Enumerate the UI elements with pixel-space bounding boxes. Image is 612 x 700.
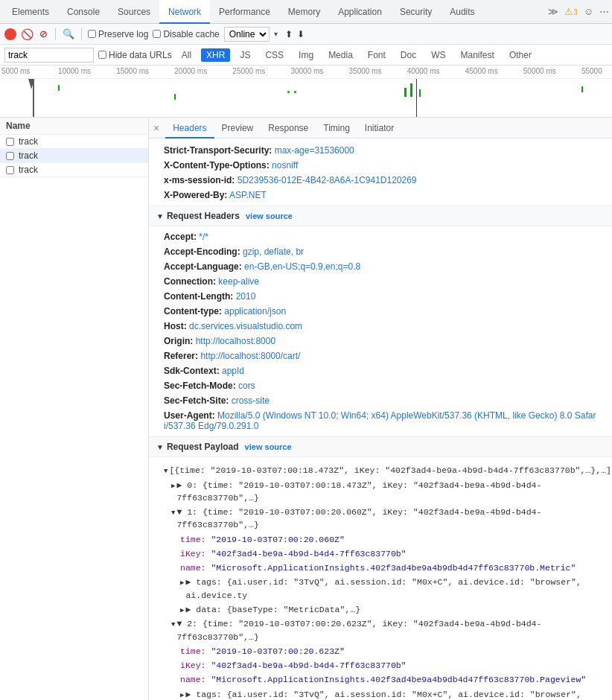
preserve-log-checkbox[interactable]: Preserve log	[88, 29, 148, 39]
filter-js-btn[interactable]: JS	[235, 48, 255, 62]
filter-img-btn[interactable]: Img	[293, 48, 319, 62]
network-toolbar: 🚫 ⊘ 🔍 Preserve log Disable cache Online …	[0, 24, 612, 45]
tick-9: 50000 ms	[523, 67, 556, 75]
search-button[interactable]: 🔍	[62, 28, 75, 41]
req-header-referer: Referer: http://localhost:8000/cart/	[149, 349, 612, 363]
request-headers-section[interactable]: ▼ Request Headers view source	[149, 206, 612, 226]
filter-xhr-btn[interactable]: XHR	[201, 48, 230, 62]
tab-security[interactable]: Security	[391, 0, 441, 24]
row-1-checkbox[interactable]	[6, 152, 14, 160]
tab-network[interactable]: Network	[159, 0, 210, 24]
timeline-dot-1	[287, 91, 290, 93]
sub-tab-headers[interactable]: Headers	[165, 118, 214, 139]
disable-cache-checkbox[interactable]: Disable cache	[153, 29, 219, 39]
filter-manifest-btn[interactable]: Manifest	[456, 48, 500, 62]
tick-0: 5000 ms	[1, 67, 30, 75]
row-2-checkbox[interactable]	[6, 166, 14, 174]
filter-bar: Hide data URLs All XHR JS CSS Img Media …	[0, 45, 612, 66]
req-header-accept: Accept: */*	[149, 229, 612, 244]
throttle-select[interactable]: Online	[224, 27, 270, 42]
item1-name: name: "Microsoft.ApplicationInsights.402…	[149, 561, 612, 575]
upload-icon[interactable]: ⬆	[285, 29, 293, 39]
payload-item-1[interactable]: ▼ ▼ 1: {time: "2019-10-03T07:00:20.060Z"…	[149, 505, 612, 532]
item1-ikey: iKey: "402f3ad4-be9a-4b9d-b4d4-7ff63c837…	[149, 547, 612, 561]
request-payload-section[interactable]: ▼ Request Payload view source	[149, 436, 612, 457]
item2-tags-toggle[interactable]: ▶	[180, 688, 185, 701]
tab-memory[interactable]: Memory	[279, 0, 329, 24]
table-row-selected[interactable]: track	[0, 149, 148, 163]
row-0-name: track	[19, 136, 38, 147]
payload-item-2[interactable]: ▼ ▼ 2: {time: "2019-10-03T07:00:20.623Z"…	[149, 617, 612, 644]
root-toggle[interactable]: ▼	[164, 464, 169, 477]
timeline-bar-1	[58, 85, 60, 91]
req-header-encoding: Accept-Encoding: gzip, deflate, br	[149, 244, 612, 259]
warning-icon: ⚠3	[564, 6, 578, 17]
tab-performance[interactable]: Performance	[210, 0, 279, 24]
req-header-user-agent: User-Agent: Mozilla/5.0 (Windows NT 10.0…	[149, 408, 612, 433]
tab-audits[interactable]: Audits	[441, 0, 483, 24]
tick-8: 45000 ms	[465, 67, 498, 75]
payload-root[interactable]: ▼ [{time: "2019-10-03T07:00:18.473Z", iK…	[149, 463, 612, 478]
clear-button[interactable]: ⊘	[37, 28, 49, 40]
item1-tags[interactable]: ▶ ▶ tags: {ai.user.id: "3TvQ", ai.sessio…	[149, 575, 612, 602]
filter-media-btn[interactable]: Media	[323, 48, 358, 62]
filter-all-btn[interactable]: All	[176, 48, 197, 62]
view-source-link[interactable]: view source	[246, 211, 293, 220]
item0-toggle[interactable]: ▶	[171, 479, 176, 492]
filter-input[interactable]	[4, 48, 94, 63]
smiley-icon[interactable]: ☺	[584, 6, 593, 17]
item1-tags-toggle[interactable]: ▶	[180, 576, 185, 589]
response-header-session: x-ms-session-id: 5D239536-012E-4B42-8A6A…	[149, 173, 612, 188]
req-header-host: Host: dc.services.visualstudio.com	[149, 319, 612, 334]
sub-tab-preview[interactable]: Preview	[214, 118, 261, 139]
item2-tags[interactable]: ▶ ▶ tags: {ai.user.id: "3TvQ", ai.sessio…	[149, 687, 612, 701]
more-tabs-icon[interactable]: ≫	[548, 6, 558, 17]
req-header-sdk-context: Sdk-Context: appId	[149, 363, 612, 378]
devtools-tab-bar: Elements Console Sources Network Perform…	[0, 0, 612, 24]
close-button[interactable]: ×	[153, 122, 159, 134]
item0-label: ▶ 0: {time: "2019-10-03T07:00:18.473Z", …	[176, 479, 612, 505]
filter-other-btn[interactable]: Other	[504, 48, 537, 62]
timeline[interactable]: 5000 ms 10000 ms 15000 ms 20000 ms 25000…	[0, 66, 612, 118]
timeline-cursor	[33, 79, 34, 118]
filter-doc-btn[interactable]: Doc	[395, 48, 421, 62]
filter-ws-btn[interactable]: WS	[426, 48, 450, 62]
payload-root-label: [{time: "2019-10-03T07:00:18.473Z", iKey…	[169, 464, 611, 477]
table-row[interactable]: track	[0, 163, 148, 177]
timeline-bar-2	[174, 94, 176, 100]
item1-toggle[interactable]: ▼	[171, 506, 176, 519]
tab-console[interactable]: Console	[58, 0, 109, 24]
item2-toggle[interactable]: ▼	[171, 617, 176, 631]
tab-sources[interactable]: Sources	[109, 0, 159, 24]
sub-tab-initiator[interactable]: Initiator	[357, 118, 401, 139]
sub-tab-response[interactable]: Response	[261, 118, 316, 139]
table-row[interactable]: track	[0, 135, 148, 149]
row-2-name: track	[19, 165, 38, 175]
hide-data-urls-checkbox[interactable]: Hide data URLs	[98, 50, 172, 60]
item1-data-toggle[interactable]: ▶	[180, 603, 185, 617]
main-split: Name track track track × Headers Preview…	[0, 118, 612, 700]
filter-font-btn[interactable]: Font	[363, 48, 391, 62]
tab-application[interactable]: Application	[329, 0, 391, 24]
stop-button[interactable]: 🚫	[21, 28, 33, 40]
payload-view-source-link[interactable]: view source	[245, 442, 292, 451]
more-options-icon[interactable]: ⋯	[599, 6, 609, 17]
request-payload-label: Request Payload	[167, 442, 239, 452]
download-icon[interactable]: ⬇	[297, 29, 305, 39]
separator-1	[55, 28, 56, 40]
tick-5: 30000 ms	[290, 67, 323, 75]
record-button[interactable]	[4, 28, 16, 40]
item2-ikey: iKey: "402f3ad4-be9a-4b9d-b4d4-7ff63c837…	[149, 658, 612, 672]
timeline-bar-6	[581, 86, 583, 92]
filter-css-btn[interactable]: CSS	[260, 48, 289, 62]
tab-elements[interactable]: Elements	[3, 0, 58, 24]
tick-1: 10000 ms	[58, 67, 91, 75]
sub-tab-timing[interactable]: Timing	[316, 118, 357, 139]
item1-data[interactable]: ▶ ▶ data: {baseType: "MetricData",…}	[149, 602, 612, 617]
req-header-sec-fetch-site: Sec-Fetch-Site: cross-site	[149, 393, 612, 408]
row-0-checkbox[interactable]	[6, 138, 14, 146]
payload-item-0[interactable]: ▶ ▶ 0: {time: "2019-10-03T07:00:18.473Z"…	[149, 478, 612, 506]
right-panel: × Headers Preview Response Timing Initia…	[149, 118, 612, 700]
tick-7: 40000 ms	[407, 67, 440, 75]
req-header-sec-fetch-mode: Sec-Fetch-Mode: cors	[149, 378, 612, 393]
